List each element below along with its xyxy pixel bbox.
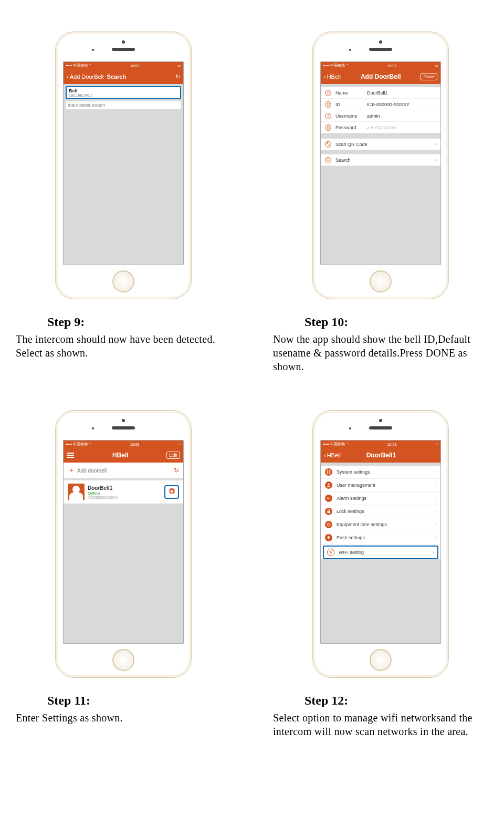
- svg-point-15: [330, 553, 331, 554]
- battery-icon: ▭: [435, 64, 438, 68]
- phone-mockup: ••••• 中国移动 ⌃ 16:08 ▭ ‹ HBell DoorBell1: [312, 410, 449, 678]
- chevron-left-icon: ‹: [324, 74, 326, 80]
- menu-label: Alarm settings: [337, 496, 435, 501]
- id-label: ID: [335, 102, 367, 107]
- status-bar: ••••• 中国移动 ⌃ 16:08 ▭: [64, 441, 183, 448]
- id-field-row[interactable]: ID ICB-000000-SSSSY: [321, 99, 440, 110]
- device-status: Online: [88, 491, 118, 496]
- time-label: 16:07: [130, 64, 140, 68]
- username-label: Username: [335, 113, 367, 119]
- step-description: The intercom should now have been detect…: [16, 332, 231, 360]
- chevron-right-icon: ›: [435, 157, 436, 163]
- alarm-icon: [325, 495, 332, 502]
- device-row[interactable]: DoorBell1 Online ICB000000SSSSY: [64, 480, 183, 504]
- svg-point-2: [328, 114, 329, 116]
- home-button[interactable]: [370, 270, 392, 292]
- user-icon: [325, 113, 331, 119]
- back-button[interactable]: ‹ Add DoorBell: [67, 74, 104, 80]
- battery-icon: ▭: [177, 64, 181, 68]
- screen-step9: ••••• 中国移动 ⌃ 16:07 ▭ ‹ Add DoorBell Sear…: [63, 61, 184, 265]
- menu-push-settings[interactable]: Push settings ›: [321, 531, 440, 544]
- home-button[interactable]: [112, 649, 134, 671]
- chevron-left-icon: ‹: [67, 74, 69, 80]
- svg-rect-10: [327, 473, 328, 474]
- menu-equipment-time[interactable]: Equipment time settings ›: [321, 518, 440, 531]
- chevron-right-icon: ›: [433, 550, 434, 555]
- phone-mockup: ••••• 中国移动 ⌃ 16:07 ▭ ‹ Add DoorBell Sear…: [55, 32, 192, 299]
- grid-icon: [325, 468, 332, 476]
- menu-label: System settings: [337, 469, 435, 475]
- menu-user-management[interactable]: User management ›: [321, 479, 440, 492]
- name-value: DoorBell1: [367, 90, 436, 96]
- carrier-label: ••••• 中国移动 ⌃: [66, 63, 92, 68]
- menu-wifi-setting[interactable]: WIFI setting ›: [323, 546, 438, 559]
- settings-button[interactable]: [164, 485, 179, 499]
- search-icon: [325, 157, 331, 163]
- menu-lock-settings[interactable]: Lock settings ›: [321, 505, 440, 518]
- status-bar: ••••• 中国移动 ⌃ 16:07 ▭: [321, 62, 440, 69]
- lock-icon: [325, 508, 332, 515]
- phone-mockup: ••••• 中国移动 ⌃ 16:07 ▭ ‹ HBell Add DoorBel…: [312, 32, 449, 299]
- svg-line-7: [329, 160, 330, 161]
- nav-bar: ‹ HBell DoorBell1: [321, 448, 440, 463]
- menu-icon[interactable]: [67, 452, 74, 459]
- search-label: Search: [335, 158, 435, 163]
- username-field-row[interactable]: Username admin: [321, 110, 440, 122]
- id-icon: [325, 101, 331, 108]
- password-field-row[interactable]: Password ≥ 6 characters: [321, 122, 440, 133]
- chevron-right-icon: ›: [435, 535, 436, 540]
- username-value: admin: [367, 113, 436, 119]
- svg-rect-5: [329, 144, 330, 145]
- push-icon: [325, 534, 332, 541]
- menu-alarm-settings[interactable]: Alarm settings ›: [321, 492, 440, 505]
- time-label: 16:08: [130, 443, 140, 446]
- done-button[interactable]: Done: [421, 73, 437, 80]
- carrier-label: ••••• 中国移动 ⌃: [66, 442, 92, 447]
- add-label: Add doorbell: [77, 468, 174, 474]
- step-11: ••••• 中国移动 ⌃ 16:08 ▭ HBell Edit ＋ Add do…: [16, 410, 231, 738]
- back-button[interactable]: ‹ HBell: [324, 452, 341, 458]
- refresh-icon[interactable]: ↻: [174, 467, 179, 474]
- chevron-right-icon: ›: [435, 483, 436, 488]
- chevron-left-icon: ‹: [324, 452, 326, 458]
- nav-title: Add DoorBell: [341, 73, 421, 80]
- svg-rect-13: [328, 511, 330, 513]
- step-9: ••••• 中国移动 ⌃ 16:07 ▭ ‹ Add DoorBell Sear…: [16, 32, 231, 373]
- tag-icon: [325, 90, 331, 96]
- bell-id-row: ICB-000000-SSSSY: [66, 101, 181, 110]
- password-placeholder: ≥ 6 characters: [367, 125, 436, 130]
- carrier-label: ••••• 中国移动 ⌃: [323, 63, 349, 68]
- step-10: ••••• 中国移动 ⌃ 16:07 ▭ ‹ HBell Add DoorBel…: [273, 32, 488, 373]
- bell-ip: 192.168.246.1: [69, 93, 178, 97]
- carrier-label: ••••• 中国移动 ⌃: [323, 442, 349, 447]
- home-button[interactable]: [112, 270, 134, 292]
- name-field-row[interactable]: Name DoorBell1: [321, 87, 440, 99]
- refresh-icon[interactable]: ↻: [175, 74, 180, 80]
- nav-bar: ‹ Add DoorBell Search ↻: [64, 69, 183, 84]
- add-doorbell-row[interactable]: ＋ Add doorbell ↻: [64, 463, 183, 478]
- nav-bar: HBell Edit: [64, 448, 183, 463]
- bell-name: Bell: [69, 88, 178, 93]
- home-button[interactable]: [370, 649, 392, 671]
- screen-step10: ••••• 中国移动 ⌃ 16:07 ▭ ‹ HBell Add DoorBel…: [320, 61, 441, 265]
- back-button[interactable]: ‹ HBell: [324, 74, 341, 80]
- wifi-icon: [327, 549, 334, 556]
- edit-button[interactable]: Edit: [166, 452, 180, 459]
- step-title: Step 9:: [47, 315, 231, 329]
- menu-system-settings[interactable]: System settings ›: [321, 466, 440, 479]
- gear-icon: [168, 488, 175, 495]
- svg-point-0: [327, 91, 329, 93]
- step-12: ••••• 中国移动 ⌃ 16:08 ▭ ‹ HBell DoorBell1: [273, 410, 488, 738]
- svg-rect-9: [329, 470, 330, 471]
- search-row[interactable]: Search ›: [321, 154, 440, 166]
- svg-rect-8: [327, 470, 328, 471]
- chevron-right-icon: ›: [435, 469, 436, 475]
- back-label: Add DoorBell: [70, 74, 104, 80]
- step-title: Step 12:: [304, 694, 488, 708]
- nav-title: HBell: [74, 452, 166, 459]
- chevron-right-icon: ›: [435, 509, 436, 514]
- menu-label: Lock settings: [337, 509, 435, 514]
- detected-bell-row[interactable]: Bell 192.168.246.1: [66, 86, 181, 99]
- scan-qr-row[interactable]: Scan QR Code ›: [321, 139, 440, 150]
- qr-icon: [325, 141, 331, 148]
